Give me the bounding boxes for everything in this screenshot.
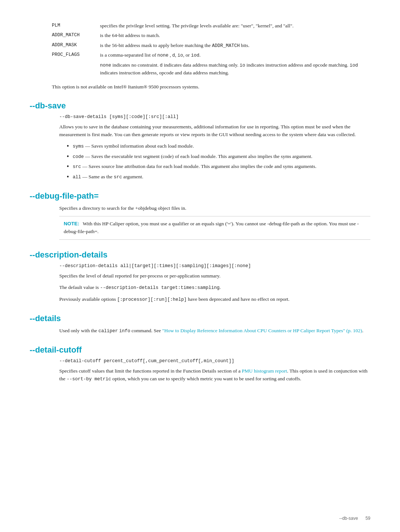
code-code: code xyxy=(73,154,84,159)
debug-file-path-heading: --debug-file-path= xyxy=(30,191,370,201)
sort-by-code: --sort-by metric xyxy=(67,377,111,382)
description-details-code: --description-details all|[target][:time… xyxy=(59,263,370,269)
param-desc-addr-mask: is the 56-bit address mask to apply befo… xyxy=(100,42,370,50)
detail-cutoff-body: Specifies cutoff values that limit the f… xyxy=(59,367,370,383)
description-details-heading: --description-details xyxy=(30,250,370,260)
bullet-code-text: code — Saves the executable text segment… xyxy=(73,153,312,161)
db-save-body: Allows you to save in the database conta… xyxy=(59,123,370,139)
iod-code: iod xyxy=(191,53,200,58)
bullet-dot-4: • xyxy=(67,173,69,181)
description-details-body2: The default value is --description-detai… xyxy=(59,284,370,292)
bullet-code: • code — Saves the executable text segme… xyxy=(67,153,370,161)
param-desc-addr-match: is the 64-bit address to match. xyxy=(100,32,370,39)
caliper-code: caliper xyxy=(99,329,118,334)
syms-code: syms xyxy=(73,144,84,149)
bullet-all-text: all — Same as the src argument. xyxy=(73,173,143,181)
bullet-all: • all — Same as the src argument. xyxy=(67,173,370,181)
details-body: Used only with the caliper info command.… xyxy=(59,327,370,335)
default-value-code: --description-details target:times:sampl… xyxy=(100,285,220,290)
pmu-link[interactable]: PMU histogram report xyxy=(242,368,287,374)
bullet-dot-1: • xyxy=(67,142,69,151)
details-heading: --details xyxy=(30,314,370,323)
page-footer: --db-save 59 xyxy=(339,516,370,521)
all-code: all xyxy=(73,175,81,180)
page-content: PLM specifies the privilege level settin… xyxy=(30,22,370,383)
param-desc-plm: specifies the privilege level setting. T… xyxy=(100,22,370,30)
itanium-note: This option is not available on Intel® I… xyxy=(52,83,370,91)
info-code: info xyxy=(119,329,130,334)
db-save-heading: --db-save xyxy=(30,101,370,111)
io-inline: io xyxy=(240,63,245,68)
detail-cutoff-heading: --detail-cutoff xyxy=(30,345,370,355)
note-label: NOTE: xyxy=(64,221,79,226)
bullet-dot-2: • xyxy=(67,153,69,161)
iod-inline: iod xyxy=(350,63,358,68)
proc-flags-detail: none indicates no constraint. d indicate… xyxy=(100,61,370,77)
d-inline: d xyxy=(160,63,163,68)
footer-page: 59 xyxy=(366,516,370,521)
description-details-body3: Previously available options [:processor… xyxy=(59,296,370,303)
debug-file-path-body: Specifies a directory to search for the … xyxy=(59,205,370,212)
param-name-addr-match: ADDR_MATCH xyxy=(52,32,100,39)
param-table: PLM specifies the privilege level settin… xyxy=(52,22,370,77)
bullet-syms-text: syms — Saves symbol information about ea… xyxy=(73,142,194,150)
src-ref-code: src xyxy=(114,175,122,180)
footer-section: --db-save xyxy=(339,516,358,521)
param-desc-proc-flags: is a comma-separated list of none , d, i… xyxy=(100,51,370,59)
io-code: io xyxy=(177,53,183,58)
note-text: With this HP Caliper option, you must us… xyxy=(64,221,359,234)
detail-cutoff-code: --detail-cutoff percent_cutoff[,cum_perc… xyxy=(59,358,370,364)
bullet-syms: • syms — Saves symbol information about … xyxy=(67,142,370,151)
description-details-body1: Specifies the level of detail reported f… xyxy=(59,272,370,280)
details-link[interactable]: "How to Display Reference Information Ab… xyxy=(162,328,362,333)
param-name-proc-flags: PROC_FLAGS xyxy=(52,51,100,59)
bullet-src: • src — Saves source line attribution da… xyxy=(67,163,370,171)
d-code: d xyxy=(172,53,175,58)
src-code: src xyxy=(73,164,81,169)
param-name-plm: PLM xyxy=(52,22,100,30)
deprecated-options-code: [:processor][:run][:help] xyxy=(117,297,187,302)
proc-flags-detail-empty xyxy=(52,61,100,77)
bullet-dot-3: • xyxy=(67,163,69,171)
none-inline: none xyxy=(100,63,111,68)
db-save-code: --db-save-details [syms][:code][:src][:a… xyxy=(59,114,370,119)
none-code: none xyxy=(157,53,169,58)
note-box: NOTE: With this HP Caliper option, you m… xyxy=(59,216,370,240)
db-save-bullets: • syms — Saves symbol information about … xyxy=(67,142,370,181)
bullet-src-text: src — Saves source line attribution data… xyxy=(73,163,316,171)
addr-match-code: ADDR_MATCH xyxy=(212,43,240,48)
param-name-addr-mask: ADDR_MASK xyxy=(52,42,100,50)
